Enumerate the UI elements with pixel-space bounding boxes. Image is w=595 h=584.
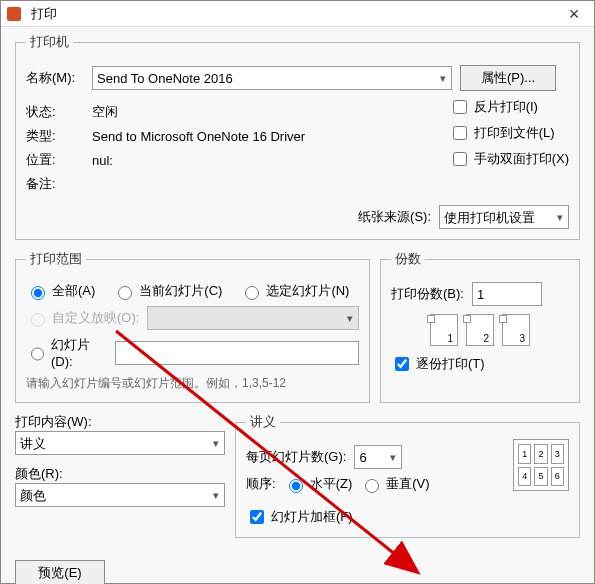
reverse-print-label: 反片打印(I) <box>474 98 538 116</box>
range-all-label: 全部(A) <box>52 282 95 300</box>
printer-name-combo[interactable]: Send To OneNote 2016 <box>92 66 452 90</box>
order-vertical-radio[interactable]: 垂直(V) <box>360 475 429 493</box>
handout-layout-preview: 1 2 3 4 5 6 <box>513 439 569 491</box>
range-all-input[interactable] <box>31 286 45 300</box>
type-value: Send to Microsoft OneNote 16 Driver <box>92 129 305 144</box>
reverse-print-check[interactable]: 反片打印(I) <box>449 97 569 117</box>
print-content-label: 打印内容(W): <box>15 413 225 431</box>
comment-label: 备注: <box>26 175 84 193</box>
custom-show-combo <box>147 306 359 330</box>
copies-group: 份数 打印份数(B): 逐份打印(T) <box>380 250 580 403</box>
range-all-radio[interactable]: 全部(A) <box>26 282 95 300</box>
color-select[interactable]: 颜色 <box>15 483 225 507</box>
content-handout-row: 打印内容(W): 讲义 颜色(R): 颜色 讲义 每页幻灯片数(G): <box>15 413 580 548</box>
copies-count-row: 打印份数(B): <box>391 282 569 306</box>
range-current-input[interactable] <box>118 286 132 300</box>
paper-source-combo[interactable]: 使用打印机设置 <box>439 205 569 229</box>
per-page-row: 每页幻灯片数(G): 6 <box>246 445 503 469</box>
order-horizontal-radio[interactable]: 水平(Z) <box>284 475 353 493</box>
slides-input[interactable] <box>115 341 359 365</box>
range-selection-input[interactable] <box>245 286 259 300</box>
range-slides-row: 幻灯片(D): <box>26 336 359 369</box>
manual-duplex-check[interactable]: 手动双面打印(X) <box>449 149 569 169</box>
per-page-label: 每页幻灯片数(G): <box>246 448 346 466</box>
collate-icons <box>391 314 569 346</box>
collate-input[interactable] <box>395 357 409 371</box>
layout-cell: 3 <box>551 444 564 464</box>
app-icon <box>7 7 21 21</box>
range-current-radio[interactable]: 当前幻灯片(C) <box>113 282 222 300</box>
range-current-label: 当前幻灯片(C) <box>139 282 222 300</box>
range-custom-label: 自定义放映(O): <box>52 309 139 327</box>
range-selection-radio[interactable]: 选定幻灯片(N) <box>240 282 349 300</box>
printer-legend: 打印机 <box>26 33 73 51</box>
status-value: 空闲 <box>92 103 118 121</box>
order-horizontal-label: 水平(Z) <box>310 475 353 493</box>
page-icon <box>430 314 458 346</box>
range-radios-top: 全部(A) 当前幻灯片(C) 选定幻灯片(N) <box>26 282 359 300</box>
print-to-file-input[interactable] <box>453 126 467 140</box>
printer-name-row: 名称(M): Send To OneNote 2016 属性(P)... <box>26 65 569 91</box>
reverse-print-input[interactable] <box>453 100 467 114</box>
properties-button[interactable]: 属性(P)... <box>460 65 556 91</box>
order-vertical-input[interactable] <box>365 479 379 493</box>
order-row: 顺序: 水平(Z) 垂直(V) <box>246 475 503 493</box>
range-copies-row: 打印范围 全部(A) 当前幻灯片(C) 选定幻灯片(N) 自定义放映(O): 幻… <box>15 250 580 413</box>
bottom-button-row: 预览(E) <box>1 554 594 584</box>
color-combo[interactable]: 颜色 <box>15 483 225 507</box>
collate-label: 逐份打印(T) <box>416 355 485 373</box>
custom-show-select <box>147 306 359 330</box>
manual-duplex-label: 手动双面打印(X) <box>474 150 569 168</box>
collate-check[interactable]: 逐份打印(T) <box>391 354 569 374</box>
range-slides-input[interactable] <box>31 347 44 361</box>
range-custom-row: 自定义放映(O): <box>26 306 359 330</box>
copies-count-label: 打印份数(B): <box>391 285 464 303</box>
order-horizontal-input[interactable] <box>289 479 303 493</box>
printer-info-right: 反片打印(I) 打印到文件(L) 手动双面打印(X) <box>449 97 569 199</box>
page-icon <box>466 314 494 346</box>
preview-button[interactable]: 预览(E) <box>15 560 105 584</box>
printer-group: 打印机 名称(M): Send To OneNote 2016 属性(P)...… <box>15 33 580 240</box>
printer-name-select[interactable]: Send To OneNote 2016 <box>92 66 452 90</box>
color-label: 颜色(R): <box>15 465 225 483</box>
print-content-group: 打印内容(W): 讲义 颜色(R): 颜色 <box>15 413 225 548</box>
order-label: 顺序: <box>246 475 276 493</box>
copies-count-input[interactable] <box>472 282 542 306</box>
order-vertical-label: 垂直(V) <box>386 475 429 493</box>
paper-source-label: 纸张来源(S): <box>358 208 431 226</box>
handout-group: 讲义 每页幻灯片数(G): 6 顺序: 水平(Z) 垂直(V) <box>235 413 580 538</box>
where-label: 位置: <box>26 151 84 169</box>
printer-info: 状态:空闲 类型:Send to Microsoft OneNote 16 Dr… <box>26 97 569 199</box>
layout-cell: 6 <box>551 467 564 487</box>
layout-cell: 1 <box>518 444 531 464</box>
paper-source-row: 纸张来源(S): 使用打印机设置 <box>26 205 569 229</box>
per-page-combo[interactable]: 6 <box>354 445 402 469</box>
print-to-file-check[interactable]: 打印到文件(L) <box>449 123 569 143</box>
layout-cell: 4 <box>518 467 531 487</box>
where-value: nul: <box>92 153 113 168</box>
print-dialog: 打印 × 打印机 名称(M): Send To OneNote 2016 属性(… <box>0 0 595 584</box>
print-content-select[interactable]: 讲义 <box>15 431 225 455</box>
range-legend: 打印范围 <box>26 250 86 268</box>
dialog-title: 打印 <box>31 6 57 21</box>
paper-source-select[interactable]: 使用打印机设置 <box>439 205 569 229</box>
layout-cell: 5 <box>534 467 547 487</box>
range-slides-label: 幻灯片(D): <box>51 336 107 369</box>
page-icon <box>502 314 530 346</box>
status-label: 状态: <box>26 103 84 121</box>
type-label: 类型: <box>26 127 84 145</box>
manual-duplex-input[interactable] <box>453 152 467 166</box>
per-page-select[interactable]: 6 <box>354 445 402 469</box>
copies-legend: 份数 <box>391 250 425 268</box>
range-slides-radio[interactable]: 幻灯片(D): <box>26 336 107 369</box>
titlebar: 打印 × <box>1 1 594 27</box>
range-hint: 请输入幻灯片编号或幻灯片范围。例如，1,3,5-12 <box>26 375 359 392</box>
close-button[interactable]: × <box>554 1 594 27</box>
printer-name-label: 名称(M): <box>26 69 84 87</box>
frame-slides-check[interactable]: 幻灯片加框(F) <box>246 507 569 527</box>
layout-cell: 2 <box>534 444 547 464</box>
range-custom-input <box>31 313 45 327</box>
frame-slides-input[interactable] <box>250 510 264 524</box>
print-content-combo[interactable]: 讲义 <box>15 431 225 455</box>
dialog-content: 打印机 名称(M): Send To OneNote 2016 属性(P)...… <box>1 27 594 554</box>
